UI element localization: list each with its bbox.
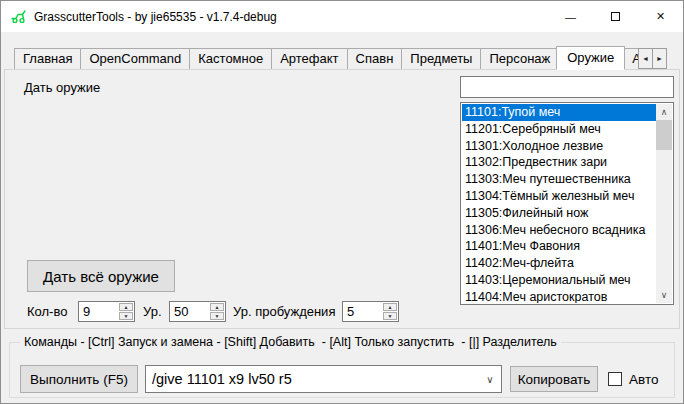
scrollbar-thumb[interactable] (656, 120, 672, 150)
run-command-button[interactable]: Выполнить (F5) (20, 365, 138, 393)
tab-spawn[interactable]: Спавн (347, 48, 403, 70)
tab-character[interactable]: Персонаж (480, 48, 559, 70)
minimize-icon: — (565, 11, 576, 23)
window-title: GrasscutterTools - by jie65535 - v1.7.4-… (34, 10, 277, 24)
auto-label: Авто (629, 372, 658, 387)
tab-strip-tabs: ГлавнаяOpenCommandКастомноеАртефактСпавн… (14, 46, 667, 70)
weapon-list-item[interactable]: 11404:Меч аристократов (462, 289, 656, 303)
weapon-list-items: 11101:Тупой меч11201:Серебряный меч11301… (462, 104, 656, 303)
weapon-tab-page: Дать оружие 11101:Тупой меч11201:Серебря… (4, 69, 680, 329)
commands-group: Команды - [Ctrl] Запуск и замена - [Shif… (9, 342, 675, 398)
arrow-right-icon: ► (656, 55, 663, 62)
refinement-down-button[interactable]: ▼ (383, 312, 397, 320)
title-bar: GrasscutterTools - by jie65535 - v1.7.4-… (1, 1, 683, 32)
count-down-button[interactable]: ▼ (119, 312, 133, 320)
arrow-down-icon: ▼ (215, 313, 220, 319)
tab-weapon[interactable]: Оружие (556, 46, 625, 70)
caption-buttons: — ✕ (548, 1, 683, 32)
arrow-down-icon: ▼ (124, 313, 129, 319)
tab-artifact[interactable]: Артефакт (271, 48, 347, 70)
weapon-list-item[interactable]: 11303:Меч путешественника (462, 171, 656, 188)
tab-items[interactable]: Предметы (401, 48, 481, 70)
copy-command-button[interactable]: Копировать (510, 366, 598, 392)
chevron-down-icon: ∨ (661, 290, 668, 300)
weapon-list-item[interactable]: 11305:Филейный нож (462, 205, 656, 222)
maximize-button[interactable] (593, 1, 638, 32)
app-window: GrasscutterTools - by jie65535 - v1.7.4-… (0, 0, 684, 404)
weapon-list-item[interactable]: 11402:Меч-флейта (462, 255, 656, 272)
refinement-input[interactable] (343, 302, 382, 321)
arrow-up-icon: ▲ (215, 304, 220, 310)
level-spinner: ▲ ▼ (169, 301, 226, 322)
tab-home[interactable]: Главная (14, 48, 81, 70)
refinement-spinner: ▲ ▼ (342, 301, 399, 322)
commands-group-title: Команды - [Ctrl] Запуск и замена - [Shif… (20, 335, 561, 349)
tab-strip: ГлавнаяOpenCommandКастомноеАртефактСпавн… (4, 46, 680, 70)
weapon-list-item[interactable]: 11101:Тупой меч (462, 104, 656, 121)
level-label: Ур. (143, 304, 162, 319)
level-up-button[interactable]: ▲ (210, 303, 224, 311)
grasscutter-app-icon (10, 8, 27, 25)
weapon-list-item[interactable]: 11304:Тёмный железный меч (462, 188, 656, 205)
count-label: Кол-во (27, 304, 67, 319)
scrollbar-track[interactable] (656, 120, 672, 287)
give-all-weapons-button[interactable]: Дать всё оружие (27, 260, 175, 292)
command-combobox[interactable]: /give 11101 x9 lv50 r5 ∨ (145, 365, 502, 393)
count-spinner: ▲ ▼ (78, 301, 135, 322)
tab-scroll-buttons: ◄ ► (639, 48, 667, 69)
tab-custom[interactable]: Кастомное (189, 48, 272, 70)
arrow-up-icon: ▲ (124, 304, 129, 310)
tab-opencommand[interactable]: OpenCommand (80, 48, 190, 70)
maximize-icon (611, 12, 620, 21)
weapon-list-item[interactable]: 11401:Меч Фавония (462, 238, 656, 255)
level-down-button[interactable]: ▼ (210, 312, 224, 320)
scroll-down-button[interactable]: ∨ (656, 287, 672, 303)
refinement-label: Ур. пробуждения (233, 304, 335, 319)
arrow-up-icon: ▲ (388, 304, 393, 310)
command-text: /give 11101 x9 lv50 r5 (146, 371, 479, 387)
chevron-up-icon: ∧ (661, 107, 668, 117)
close-icon: ✕ (656, 10, 665, 23)
refinement-up-button[interactable]: ▲ (383, 303, 397, 311)
weapon-list-scrollbar[interactable]: ∧ ∨ (656, 104, 672, 303)
arrow-down-icon: ▼ (388, 313, 393, 319)
weapon-list-item[interactable]: 11403:Церемониальный меч (462, 272, 656, 289)
weapon-list-item[interactable]: 11302:Предвестник зари (462, 154, 656, 171)
weapon-search-input[interactable] (460, 76, 674, 98)
count-input[interactable] (79, 302, 118, 321)
weapon-list-item[interactable]: 11301:Холодное лезвие (462, 138, 656, 155)
level-input[interactable] (170, 302, 209, 321)
give-weapon-label: Дать оружие (24, 80, 100, 95)
tab-scroll-right-button[interactable]: ► (652, 48, 667, 69)
weapon-list-item[interactable]: 11201:Серебряный меч (462, 121, 656, 138)
arrow-left-icon: ◄ (642, 55, 649, 62)
scroll-up-button[interactable]: ∧ (656, 104, 672, 120)
count-up-button[interactable]: ▲ (119, 303, 133, 311)
weapon-list: 11101:Тупой меч11201:Серебряный меч11301… (460, 102, 674, 305)
auto-checkbox[interactable] (608, 372, 622, 386)
minimize-button[interactable]: — (548, 1, 593, 32)
chevron-down-icon: ∨ (479, 374, 501, 385)
tab-scroll-left-button[interactable]: ◄ (638, 48, 653, 69)
weapon-list-item[interactable]: 11306:Меч небесного всадника (462, 222, 656, 239)
close-button[interactable]: ✕ (638, 1, 683, 32)
